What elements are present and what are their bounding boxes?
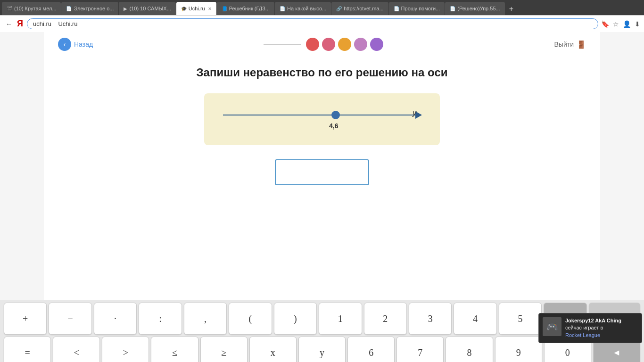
tab-6[interactable]: 🔗 https://otvet.ma... (331, 2, 388, 15)
tab-8[interactable]: 📄 (Решено)Упр.55... (445, 2, 504, 15)
notification-game: Rocket League (565, 332, 621, 339)
notification-username: Jokerspy12 AkA Ching (565, 317, 621, 324)
tab-bar: 🎬 (10) Крутая мел... 📄 Электронное о... … (0, 0, 644, 15)
key-8[interactable]: 8 (446, 337, 493, 362)
key-y[interactable]: y (298, 337, 346, 362)
key-lt[interactable]: < (53, 337, 100, 362)
key-minus[interactable]: − (49, 303, 91, 335)
key-leq[interactable]: ≤ (151, 337, 198, 362)
tab-1-icon: 📄 (66, 6, 72, 11)
tab-2[interactable]: ▶ (10) 10 САМЫХ... (119, 2, 175, 15)
notification-popup[interactable]: 🎮 Jokerspy12 AkA Ching сейчас играет в R… (538, 313, 642, 343)
back-button[interactable]: ← (4, 19, 14, 29)
tab-6-label: https://otvet.ma... (344, 6, 383, 11)
tab-1-label: Электронное о... (74, 6, 114, 11)
notification-text: Jokerspy12 AkA Ching сейчас играет в Roc… (565, 317, 621, 339)
logout-label: Выйти (554, 41, 574, 48)
logout-icon: 🚪 (577, 40, 586, 49)
tab-8-icon: 📄 (450, 6, 455, 11)
key-5[interactable]: 5 (499, 303, 542, 335)
tab-0[interactable]: 🎬 (10) Крутая мел... (2, 2, 61, 15)
dot-4 (370, 38, 383, 51)
content-area: ‹ Назад Выйти 🚪 Запиши неравенство по ег… (0, 32, 644, 300)
key-comma[interactable]: , (184, 303, 227, 335)
key-lparen[interactable]: ( (229, 303, 272, 335)
axis-point-label: 4,6 (329, 122, 338, 130)
tab-6-icon: 🔗 (336, 6, 342, 11)
key-gt[interactable]: > (102, 337, 149, 362)
uchi-header: ‹ Назад Выйти 🚪 (44, 32, 600, 57)
notification-status: сейчас играет в (565, 324, 621, 331)
task-title: Запиши неравенство по его решению на оси (63, 66, 581, 79)
back-arrow-icon: ‹ (58, 38, 71, 51)
key-colon[interactable]: : (139, 303, 182, 335)
key-1[interactable]: 1 (319, 303, 362, 335)
back-nav-button[interactable]: ‹ Назад (58, 38, 93, 51)
tab-7-icon: 📄 (394, 6, 399, 11)
tab-5-label: На какой высо... (287, 6, 326, 11)
tab-3-label: Uchi.ru (189, 6, 205, 11)
key-rparen[interactable]: ) (274, 303, 317, 335)
bookmark-icon[interactable]: 🔖 (601, 20, 609, 28)
toolbar-icons: 🔖 ☆ 👤 ⬇ (601, 20, 640, 28)
key-7[interactable]: 7 (396, 337, 444, 362)
tab-2-label: (10) 10 САМЫХ... (129, 6, 171, 11)
key-plus[interactable]: + (4, 303, 47, 335)
tab-5[interactable]: 📄 На какой высо... (275, 2, 331, 15)
number-line: 4,6 y (223, 105, 421, 133)
tab-4-icon: 📘 (222, 6, 227, 11)
yandex-logo[interactable]: Я (17, 19, 23, 29)
dot-0 (306, 38, 319, 51)
axis-line (223, 115, 421, 115)
progress-dots (264, 38, 383, 51)
address-input[interactable] (27, 18, 598, 29)
tab-0-icon: 🎬 (7, 6, 12, 11)
dot-3 (354, 38, 367, 51)
key-6[interactable]: 6 (347, 337, 395, 362)
dot-2 (338, 38, 351, 51)
key-dot[interactable]: · (94, 303, 137, 335)
star-icon[interactable]: ☆ (613, 20, 619, 28)
axis-arrow-icon (415, 111, 422, 119)
progress-line (264, 44, 301, 45)
tab-0-label: (10) Крутая мел... (14, 6, 56, 11)
key-3[interactable]: 3 (409, 303, 452, 335)
tab-3-close[interactable]: ✕ (208, 6, 212, 11)
tab-8-label: (Решено)Упр.55... (457, 6, 500, 11)
tab-1[interactable]: 📄 Электронное о... (61, 2, 118, 15)
logout-button[interactable]: Выйти 🚪 (554, 40, 586, 49)
task-area: Запиши неравенство по его решению на оси… (44, 57, 600, 195)
tab-7[interactable]: 📄 Прошу помоги... (389, 2, 445, 15)
key-geq[interactable]: ≥ (200, 337, 248, 362)
tab-3-icon: 🎓 (181, 6, 187, 11)
notification-avatar: 🎮 (543, 317, 561, 336)
address-bar: ← Я 🔖 ☆ 👤 ⬇ (0, 15, 644, 32)
user-icon[interactable]: 👤 (623, 20, 631, 28)
axis-y-label: y (413, 109, 416, 117)
answer-input-box[interactable] (275, 159, 369, 185)
browser-chrome: 🎬 (10) Крутая мел... 📄 Электронное о... … (0, 0, 644, 32)
tab-5-icon: 📄 (280, 6, 285, 11)
tab-4-label: Решебник (ГДЗ... (229, 6, 270, 11)
back-label: Назад (74, 41, 93, 48)
key-x[interactable]: x (249, 337, 297, 362)
key-9[interactable]: 9 (495, 337, 542, 362)
page-container: ‹ Назад Выйти 🚪 Запиши неравенство по ег… (44, 32, 600, 300)
new-tab-button[interactable]: + (505, 3, 517, 15)
axis-point (331, 111, 340, 119)
dot-1 (322, 38, 335, 51)
key-2[interactable]: 2 (364, 303, 407, 335)
download-icon[interactable]: ⬇ (635, 20, 640, 28)
tab-3-active[interactable]: 🎓 Uchi.ru ✕ (176, 2, 216, 15)
key-equals[interactable]: = (4, 337, 51, 362)
tab-7-label: Прошу помоги... (401, 6, 440, 11)
number-line-container: 4,6 y (204, 93, 440, 145)
tab-2-icon: ▶ (124, 6, 127, 11)
tab-4[interactable]: 📘 Решебник (ГДЗ... (217, 2, 274, 15)
key-4[interactable]: 4 (454, 303, 496, 335)
